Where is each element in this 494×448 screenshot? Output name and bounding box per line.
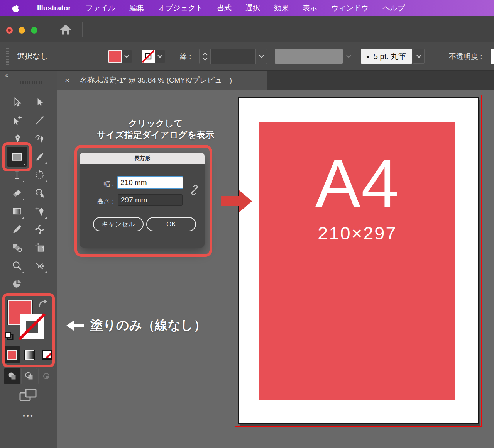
paintbrush-icon xyxy=(35,152,45,162)
change-screen-mode-button[interactable] xyxy=(19,388,37,404)
menu-item-effect[interactable]: 効果 xyxy=(267,0,296,16)
ok-button[interactable]: OK xyxy=(146,217,196,231)
pen-tool[interactable] xyxy=(8,130,25,147)
cancel-button[interactable]: キャンセル xyxy=(93,217,144,231)
stroke-weight-input[interactable] xyxy=(211,49,255,64)
brush-definition-control: ● 5 pt. 丸筆 xyxy=(361,49,425,64)
menu-item-object[interactable]: オブジェクト xyxy=(151,0,210,16)
chevron-down-icon xyxy=(259,55,264,58)
stroke-color-dropdown[interactable] xyxy=(155,50,165,63)
chevron-down-icon xyxy=(124,55,129,58)
swap-fill-stroke-button[interactable] xyxy=(38,299,49,310)
brush-bullet-icon: ● xyxy=(366,54,369,59)
brush-definition-dropdown[interactable] xyxy=(413,49,425,64)
menu-item-view[interactable]: 表示 xyxy=(296,0,324,16)
rotate-view-tool[interactable] xyxy=(31,185,48,202)
brush-definition-value[interactable]: ● 5 pt. 丸筆 xyxy=(361,49,412,64)
home-button[interactable] xyxy=(59,23,73,37)
graph-tool[interactable] xyxy=(8,275,25,292)
minimize-window-button[interactable] xyxy=(19,27,25,34)
left-arrow-icon xyxy=(66,320,84,331)
none-mode-button[interactable] xyxy=(39,346,54,363)
apple-menu[interactable] xyxy=(12,4,19,12)
stroke-swatch[interactable] xyxy=(19,313,46,342)
direct-selection-arrow-icon xyxy=(35,97,45,107)
panel-grip[interactable] xyxy=(20,81,42,84)
scissors-brush-icon xyxy=(35,261,45,271)
home-icon xyxy=(59,23,73,36)
artboard: A4 210×297 xyxy=(238,97,479,424)
menu-item-illustrator[interactable]: Illustrator xyxy=(29,0,79,16)
edit-toolbar-button[interactable]: ••• xyxy=(0,412,57,420)
stroke-none-icon xyxy=(142,50,155,63)
width-input[interactable] xyxy=(117,176,183,189)
window-title-bar xyxy=(0,16,494,42)
artboard-icon xyxy=(35,243,45,253)
color-mode-button[interactable] xyxy=(4,346,20,363)
draw-inside-button[interactable] xyxy=(38,368,54,384)
fill-color-control xyxy=(108,50,132,63)
menu-item-select[interactable]: 選択 xyxy=(239,0,267,16)
unlink-icon xyxy=(189,184,200,196)
menu-item-edit[interactable]: 編集 xyxy=(122,0,151,16)
chevron-down-icon xyxy=(416,55,421,58)
eyedropper-tool[interactable] xyxy=(8,221,25,238)
add-anchor-point-tool[interactable] xyxy=(31,203,48,220)
stroke-none-large-icon xyxy=(19,313,46,340)
stroke-weight-stepper[interactable] xyxy=(200,49,211,64)
variable-width-dropdown[interactable] xyxy=(343,49,354,64)
tab-close-icon[interactable]: × xyxy=(57,76,69,85)
draw-normal-icon xyxy=(8,372,17,381)
type-tool[interactable] xyxy=(8,166,25,183)
default-fill-stroke-button[interactable] xyxy=(4,331,14,343)
curvature-tool[interactable] xyxy=(31,130,48,147)
canvas-area[interactable]: クリックして サイズ指定ダイアログを表示 長方形 幅 : 高さ : キャンセル … xyxy=(57,90,494,448)
group-selection-tool[interactable] xyxy=(8,112,25,129)
menu-item-type[interactable]: 書式 xyxy=(210,0,239,16)
rectangle-tool[interactable] xyxy=(7,147,27,167)
stroke-weight-label: 線 : xyxy=(180,52,191,64)
stroke-weight-dropdown[interactable] xyxy=(255,49,267,64)
draw-behind-button[interactable] xyxy=(21,368,37,384)
pen-plus-icon xyxy=(35,206,45,216)
scissors-tool[interactable] xyxy=(31,257,48,274)
type-icon xyxy=(12,170,22,180)
variable-width-field[interactable] xyxy=(275,49,343,64)
opacity-input[interactable] xyxy=(491,49,494,64)
rotate-tool[interactable] xyxy=(31,166,48,183)
link-dimensions-toggle[interactable] xyxy=(189,184,200,197)
stroke-color-swatch[interactable] xyxy=(142,50,155,63)
shape-builder-tool[interactable] xyxy=(8,239,25,256)
a4-rectangle: A4 210×297 xyxy=(259,122,455,400)
fill-color-dropdown[interactable] xyxy=(122,50,132,63)
puppet-warp-tool[interactable] xyxy=(31,221,48,238)
paintbrush-tool[interactable] xyxy=(31,148,48,165)
stroke-color-control xyxy=(142,50,165,63)
control-bar-grip[interactable] xyxy=(6,48,9,65)
eraser-icon xyxy=(12,188,22,198)
drawing-modes-row xyxy=(4,368,54,384)
default-swatches-icon xyxy=(4,331,14,341)
gradient-mode-button[interactable] xyxy=(22,346,37,363)
height-input[interactable] xyxy=(118,194,183,206)
menu-item-window[interactable]: ウィンドウ xyxy=(324,0,376,16)
gradient-swatch-icon xyxy=(25,350,34,360)
fill-color-swatch[interactable] xyxy=(108,50,122,63)
zoom-window-button[interactable] xyxy=(31,27,37,34)
document-tab[interactable]: × 名称未設定-1* @ 35.84 % (CMYK/プレビュー) xyxy=(57,71,267,90)
menu-item-file[interactable]: ファイル xyxy=(79,0,123,16)
pie-chart-icon xyxy=(12,279,22,289)
selection-tool[interactable] xyxy=(8,94,25,111)
a4-dimensions: 210×297 xyxy=(318,222,397,244)
apple-icon xyxy=(12,4,19,12)
draw-normal-button[interactable] xyxy=(4,368,20,384)
artboard-tool[interactable] xyxy=(31,239,48,256)
zoom-tool[interactable] xyxy=(8,257,25,274)
menu-item-help[interactable]: ヘルプ xyxy=(376,0,412,16)
close-window-button[interactable] xyxy=(6,27,13,34)
gradient-tool[interactable] xyxy=(8,203,25,220)
direct-selection-tool[interactable] xyxy=(31,94,48,111)
eraser-tool[interactable] xyxy=(8,185,25,202)
line-segment-tool[interactable] xyxy=(31,112,48,129)
collapse-panel-button[interactable]: « xyxy=(5,71,8,79)
